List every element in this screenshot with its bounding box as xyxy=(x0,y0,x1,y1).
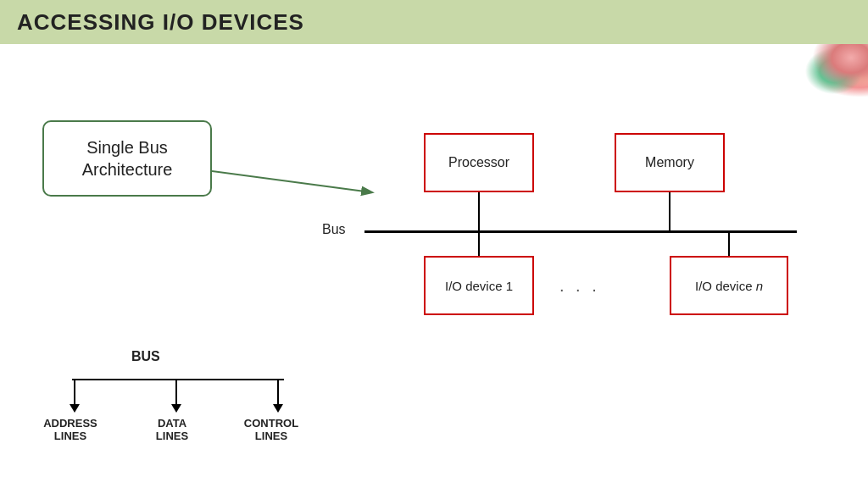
io1-label: I/O device 1 xyxy=(445,279,513,293)
bus-line xyxy=(364,230,797,233)
data-arrow-shaft xyxy=(175,379,177,404)
processor-vline xyxy=(478,192,480,230)
ion-vline xyxy=(728,233,730,256)
processor-label: Processor xyxy=(448,155,509,170)
callout-arrow-svg xyxy=(210,146,380,214)
address-arrow xyxy=(70,379,80,413)
bus-bottom-label: BUS xyxy=(131,349,160,364)
data-arrow xyxy=(171,379,181,413)
memory-box: Memory xyxy=(615,133,725,192)
io-device-n-box: I/O device n xyxy=(670,256,788,315)
control-arrow xyxy=(273,379,283,413)
address-lines-label: ADDRESSLINES xyxy=(36,417,104,442)
bus-label: Bus xyxy=(322,222,346,237)
address-arrow-head xyxy=(70,404,80,413)
memory-vline xyxy=(669,192,670,230)
content-area: Single Bus Architecture Bus Processor Me… xyxy=(0,44,868,488)
processor-box: Processor xyxy=(424,133,534,192)
memory-label: Memory xyxy=(645,155,694,170)
address-arrow-shaft xyxy=(74,379,75,404)
control-arrow-head xyxy=(273,404,283,413)
io1-vline xyxy=(478,233,480,256)
data-arrow-head xyxy=(171,404,181,413)
control-lines-label: CONTROLLINES xyxy=(237,417,305,442)
svg-line-0 xyxy=(212,171,371,192)
callout-box: Single Bus Architecture xyxy=(42,120,212,197)
io-device-1-box: I/O device 1 xyxy=(424,256,534,315)
bus-diagram: Bus Processor Memory I/O device 1 I/O de… xyxy=(364,86,839,315)
header: ACCESSING I/O DEVICES xyxy=(0,0,868,44)
callout-text: Single Bus Architecture xyxy=(82,136,173,180)
data-lines-label: DATALINES xyxy=(138,417,206,442)
ion-suffix: n xyxy=(756,279,763,293)
dots-separator: · · · xyxy=(559,280,600,299)
page-title: ACCESSING I/O DEVICES xyxy=(17,9,304,36)
control-arrow-shaft xyxy=(277,379,279,404)
ion-label: I/O device xyxy=(695,279,753,293)
